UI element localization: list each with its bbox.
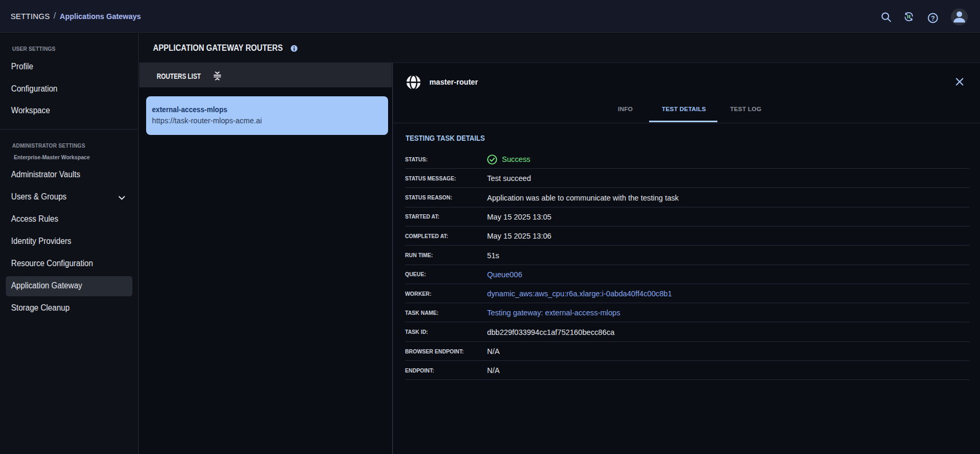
svg-text:?: ? [931, 15, 935, 22]
